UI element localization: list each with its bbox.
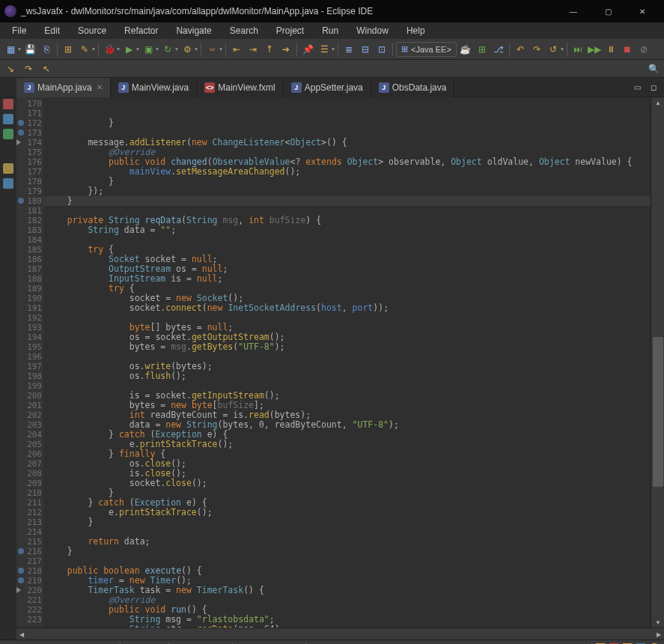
last-edit-icon[interactable]: ↺ — [546, 42, 561, 57]
code-area[interactable]: } message.addListener(new ChangeListener… — [43, 97, 651, 628]
step-into-icon[interactable]: ↘ — [3, 61, 18, 76]
tab-mainapp-java[interactable]: JMainApp.java✕ — [16, 78, 111, 97]
scroll-up-icon[interactable]: ▲ — [651, 97, 664, 108]
sub-toolbar: ↘ ↷ ↖ 🔍 — [0, 60, 664, 78]
new-icon[interactable]: ▦ — [3, 42, 18, 57]
edit-icon[interactable]: ✎ — [77, 42, 92, 57]
perspective-selector[interactable]: ⊞ <Java EE> — [396, 42, 457, 57]
java-persp-icon[interactable]: ☕ — [458, 42, 473, 57]
code-line[interactable]: String str = reqData(msg, 64); — [46, 625, 651, 628]
code-line[interactable]: os.flush(); — [46, 371, 651, 381]
resume-icon[interactable]: ▶▶ — [587, 42, 602, 57]
hscroll-right-icon[interactable]: ▶ — [654, 628, 664, 640]
code-line[interactable]: } — [46, 517, 651, 527]
code-line[interactable]: bytes = msg.getBytes("UTF-8"); — [46, 342, 651, 352]
tab-mainview-fxml[interactable]: <>MainView.fxml — [197, 78, 283, 97]
bookmark-icon[interactable]: ⊡ — [374, 42, 389, 57]
close-button[interactable]: ✕ — [625, 0, 660, 22]
step-over-icon[interactable]: ↷ — [21, 61, 36, 76]
tab-label: AppSetter.java — [305, 82, 363, 93]
git-persp-icon[interactable]: ⎇ — [491, 42, 506, 57]
code-line[interactable]: } — [46, 118, 651, 128]
vertical-scrollbar[interactable]: ▲ ▼ — [651, 97, 664, 628]
breakpoints-view-icon[interactable] — [3, 99, 13, 109]
tab-label: MainView.fxml — [218, 82, 275, 93]
forward-annotation-icon[interactable]: ↷ — [529, 42, 544, 57]
menu-search[interactable]: Search — [221, 24, 267, 37]
menu-window[interactable]: Window — [347, 24, 398, 37]
menu-edit[interactable]: Edit — [35, 24, 69, 37]
code-line[interactable]: e.printStackTrace(); — [46, 508, 651, 517]
nav-next-icon[interactable]: ➔ — [278, 42, 293, 57]
java-file-icon: J — [118, 82, 129, 93]
editor[interactable]: 1701711721731741751761771781791801811821… — [16, 97, 664, 628]
task-icon[interactable]: ☰ — [317, 42, 332, 57]
debug-persp-icon[interactable]: ⊞ — [475, 42, 490, 57]
menu-navigate[interactable]: Navigate — [167, 24, 220, 37]
pause-icon[interactable]: ⏸ — [603, 42, 618, 57]
disconnect-icon[interactable]: ⊘ — [636, 42, 651, 57]
code-line[interactable]: socket.connect(new InetSocketAddress(hos… — [46, 303, 651, 313]
run-last-icon[interactable]: ↻ — [160, 42, 175, 57]
code-line[interactable]: } — [46, 177, 651, 186]
minimize-view-icon[interactable]: ▭ — [630, 80, 645, 95]
nav-back-icon[interactable]: ⇤ — [229, 42, 244, 57]
minimize-button[interactable]: — — [556, 0, 591, 22]
titlebar: _wsJavafx - dwlMonitor/src/main/java/com… — [0, 0, 664, 22]
menu-file[interactable]: File — [3, 24, 35, 37]
code-line[interactable]: mainView.setMessageAreaChanged(); — [46, 167, 651, 177]
menu-help[interactable]: Help — [398, 24, 434, 37]
run-icon[interactable]: ▶ — [121, 42, 136, 57]
nav-up-icon[interactable]: ⤒ — [262, 42, 277, 57]
toolbar: ▦▾ 💾 ⎘ ⊞ ✎▾ 🐞▾ ▶▾ ▣▾ ↻▾ ⚙▾ ⎃▾ ⇤ ⇥ ⤒ ➔ 📌 … — [0, 39, 664, 60]
editor-tabbar: JMainApp.java✕JMainView.java<>MainView.f… — [0, 78, 664, 97]
code-line[interactable]: return data; — [46, 537, 651, 547]
code-line[interactable]: } — [46, 547, 651, 556]
search-icon[interactable]: 🔍 — [646, 61, 661, 76]
pin-icon[interactable]: 📌 — [300, 42, 315, 57]
tab-obsdata-java[interactable]: JObsData.java — [371, 78, 455, 97]
main-area: 1701711721731741751761771781791801811821… — [0, 97, 664, 628]
code-line[interactable]: socket.close(); — [46, 479, 651, 488]
horizontal-scrollbar[interactable]: ◀ ▶ — [16, 628, 664, 640]
stop-icon[interactable]: ⏹ — [620, 42, 635, 57]
save-all-icon[interactable]: ⎘ — [39, 42, 54, 57]
outline-view-icon[interactable] — [3, 129, 13, 139]
code-line[interactable]: String data = ""; — [46, 225, 651, 235]
back-annotation-icon[interactable]: ↶ — [513, 42, 528, 57]
close-tab-icon[interactable]: ✕ — [97, 83, 103, 91]
debug-icon[interactable]: 🐞 — [102, 42, 117, 57]
tab-mainview-java[interactable]: JMainView.java — [111, 78, 198, 97]
statusbar: Writable Smart Insert 180 : 54 : 5022 — [0, 640, 664, 644]
code-line[interactable]: } — [46, 196, 651, 206]
open-type-icon[interactable]: ⊞ — [61, 42, 76, 57]
window-controls: — ▢ ✕ — [556, 0, 660, 22]
maximize-view-icon[interactable]: ◻ — [646, 80, 661, 95]
hierarchy-icon[interactable]: ⊟ — [358, 42, 373, 57]
outline-icon[interactable]: ≣ — [341, 42, 356, 57]
skip-all-bp-icon[interactable]: ⏭ — [570, 42, 585, 57]
code-line[interactable] — [46, 235, 651, 245]
code-line[interactable]: }); — [46, 186, 651, 196]
console-view-icon[interactable] — [3, 178, 13, 189]
scroll-down-icon[interactable]: ▼ — [651, 617, 664, 628]
menu-run[interactable]: Run — [313, 24, 347, 37]
scroll-thumb[interactable] — [653, 337, 663, 487]
coverage-icon[interactable]: ▣ — [141, 42, 156, 57]
hscroll-left-icon[interactable]: ◀ — [16, 628, 27, 640]
nav-forward-icon[interactable]: ⇥ — [246, 42, 261, 57]
tasks-view-icon[interactable] — [3, 163, 13, 174]
external-tools-icon[interactable]: ⚙ — [180, 42, 195, 57]
tab-appsetter-java[interactable]: JAppSetter.java — [284, 78, 371, 97]
code-line[interactable]: InputStream is = null; — [46, 274, 651, 284]
menu-source[interactable]: Source — [69, 24, 115, 37]
menu-refactor[interactable]: Refactor — [115, 24, 167, 37]
problems-view-icon[interactable] — [3, 114, 13, 124]
new-server-icon[interactable]: ⎃ — [204, 42, 219, 57]
maximize-button[interactable]: ▢ — [591, 0, 625, 22]
step-return-icon[interactable]: ↖ — [39, 61, 54, 76]
menu-project[interactable]: Project — [267, 24, 313, 37]
line-gutter[interactable]: 1701711721731741751761771781791801811821… — [27, 97, 43, 628]
java-file-icon: J — [379, 82, 389, 93]
save-icon[interactable]: 💾 — [22, 42, 37, 57]
